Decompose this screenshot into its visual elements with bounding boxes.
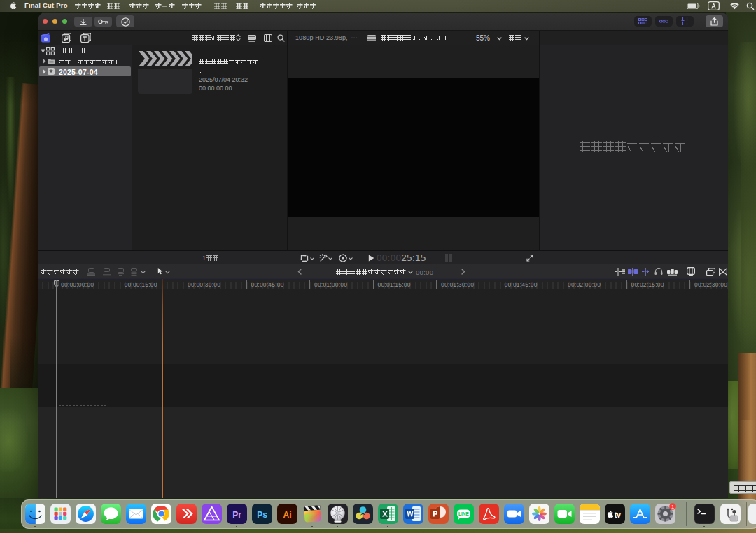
svg-text:tv: tv [615,511,621,519]
svg-text:Pr: Pr [232,510,241,520]
svg-text:1: 1 [671,504,673,510]
svg-text:Ps: Ps [257,510,267,520]
svg-text:Ai: Ai [283,510,291,520]
svg-text:LINE: LINE [458,511,469,516]
